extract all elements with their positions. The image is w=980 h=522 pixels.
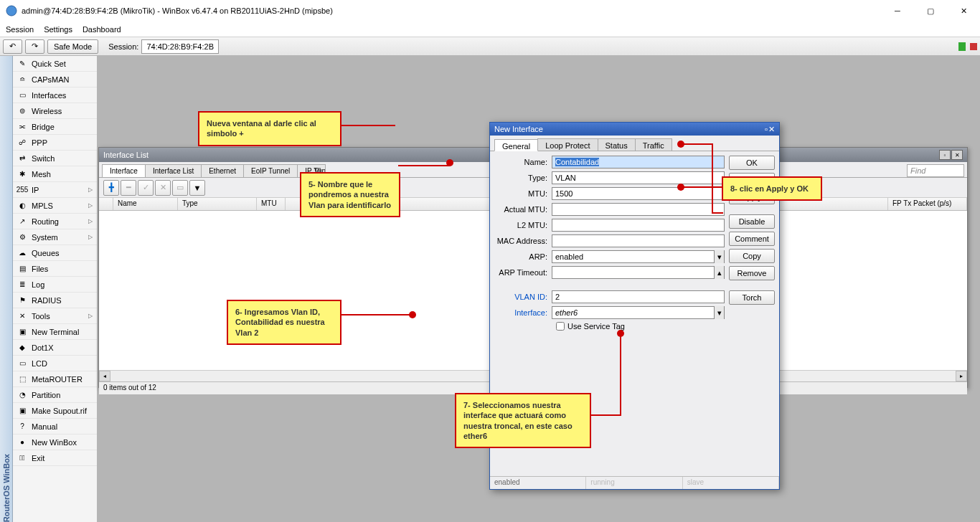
- newif-tabs: General Loop Protect Status Traffic: [490, 136, 779, 151]
- sidebar-item-interfaces[interactable]: ▭Interfaces: [13, 87, 97, 103]
- col-mtu[interactable]: MTU: [257, 198, 286, 210]
- sidebar-icon: ↗: [17, 217, 27, 227]
- add-button[interactable]: ╋: [103, 180, 119, 196]
- copy-button[interactable]: Copy: [729, 249, 775, 263]
- sidebar-item-exit[interactable]: �⃠Exit: [13, 450, 97, 466]
- enable-button[interactable]: ✓: [138, 180, 154, 196]
- col-fptxp[interactable]: FP Tx Packet (p/s): [888, 198, 967, 210]
- close-button[interactable]: ✕: [947, 0, 980, 22]
- menubar: Session Settings Dashboard: [0, 22, 980, 37]
- iflist-restore-button[interactable]: ▫: [939, 150, 951, 160]
- window-title: admin@74:4D:28:B9:F4:2B (MikroTik) - Win…: [22, 6, 333, 15]
- maximize-button[interactable]: ▢: [914, 0, 947, 22]
- sidebar-item-label: PPP: [32, 138, 47, 147]
- status-icon: [970, 43, 977, 50]
- chevron-right-icon: ▷: [88, 218, 93, 224]
- iflist-close-button[interactable]: ✕: [951, 150, 963, 160]
- sidebar-item-label: System: [32, 233, 58, 242]
- sidebar-item-ppp[interactable]: ☍PPP: [13, 135, 97, 151]
- sidebar-icon: ●: [17, 437, 27, 447]
- tab-loop-protect[interactable]: Loop Protect: [537, 138, 598, 151]
- sidebar-item-new-winbox[interactable]: ●New WinBox: [13, 435, 97, 450]
- sidebar-item-bridge[interactable]: ⫘Bridge: [13, 119, 97, 135]
- minimize-button[interactable]: ─: [881, 0, 914, 22]
- sidebar-item-system[interactable]: ⚙System▷: [13, 229, 97, 245]
- comment-btn[interactable]: Comment: [729, 232, 775, 246]
- tab-ethernet[interactable]: Ethernet: [201, 164, 244, 177]
- newif-close-button[interactable]: ✕: [768, 125, 775, 134]
- sidebar-item-label: Bridge: [32, 123, 55, 131]
- disable-button[interactable]: ✕: [155, 180, 171, 196]
- comment-button[interactable]: ▭: [172, 180, 188, 196]
- remove-btn[interactable]: Remove: [729, 266, 775, 280]
- chevron-down-icon[interactable]: ▾: [714, 306, 724, 319]
- sidebar-item-routing[interactable]: ↗Routing▷: [13, 214, 97, 229]
- tab-status[interactable]: Status: [598, 138, 636, 151]
- find-input[interactable]: Find: [907, 164, 964, 177]
- sidebar-icon: ✎: [17, 59, 27, 69]
- col-name[interactable]: Name: [113, 198, 178, 210]
- tab-eoip[interactable]: EoIP Tunnel: [243, 164, 298, 177]
- sidebar-item-log[interactable]: ≣Log: [13, 277, 97, 293]
- safe-mode-button[interactable]: Safe Mode: [47, 39, 98, 54]
- torch-button[interactable]: Torch: [729, 290, 775, 305]
- arp-select[interactable]: enabled▾: [552, 250, 725, 263]
- vlan-id-input[interactable]: 2: [552, 290, 725, 303]
- sidebar-item-wireless[interactable]: ⊚Wireless: [13, 103, 97, 119]
- newif-titlebar[interactable]: New Interface ▫ ✕: [490, 123, 779, 136]
- arp-timeout-input[interactable]: ▴: [552, 266, 725, 279]
- sidebar-icon: 255: [17, 185, 27, 195]
- menu-settings[interactable]: Settings: [44, 25, 72, 34]
- tab-traffic[interactable]: Traffic: [635, 138, 672, 151]
- sidebar-item-dot1x[interactable]: ◆Dot1X: [13, 340, 97, 356]
- vlan-id-label: VLAN ID:: [494, 293, 552, 301]
- sidebar-item-quick-set[interactable]: ✎Quick Set: [13, 56, 97, 72]
- chevron-down-icon[interactable]: ▾: [714, 250, 724, 263]
- sidebar-item-ip[interactable]: 255IP▷: [13, 182, 97, 198]
- sidebar-item-label: Partition: [32, 391, 60, 399]
- sidebar-item-metarouter[interactable]: ⬚MetaROUTER: [13, 371, 97, 387]
- sidebar-item-capsman[interactable]: ≏CAPsMAN: [13, 72, 97, 87]
- chevron-right-icon: ▷: [88, 202, 93, 209]
- use-service-tag-checkbox[interactable]: [556, 322, 565, 331]
- tab-interface[interactable]: Interface: [102, 164, 146, 177]
- filter-button[interactable]: ▼: [189, 180, 205, 196]
- col-type[interactable]: Type: [178, 198, 257, 210]
- sidebar-item-files[interactable]: ▤Files: [13, 261, 97, 277]
- sidebar-item-tools[interactable]: ✕Tools▷: [13, 308, 97, 324]
- sidebar-item-label: RADIUS: [32, 296, 62, 305]
- newif-restore-button[interactable]: ▫: [765, 125, 768, 134]
- sidebar-item-manual[interactable]: ?Manual: [13, 419, 97, 435]
- chevron-right-icon: ▷: [88, 313, 93, 319]
- menu-dashboard[interactable]: Dashboard: [83, 25, 121, 34]
- sidebar-item-lcd[interactable]: ▭LCD: [13, 356, 97, 371]
- sidebar-item-partition[interactable]: ◔Partition: [13, 387, 97, 403]
- undo-button[interactable]: ↶: [3, 39, 22, 54]
- sidebar-item-queues[interactable]: ☁Queues: [13, 245, 97, 261]
- sidebar-item-new-terminal[interactable]: ▣New Terminal: [13, 324, 97, 340]
- callout-7: 7- Seleccionamos nuestra interface que a…: [455, 393, 591, 448]
- disable-button[interactable]: Disable: [729, 214, 775, 229]
- mtu-input[interactable]: 1500: [552, 187, 725, 200]
- sidebar-item-make-supout-rif[interactable]: ▣Make Supout.rif: [13, 403, 97, 419]
- session-label: Session:: [108, 42, 138, 51]
- type-input: VLAN: [552, 171, 725, 184]
- scroll-left-icon[interactable]: ◂: [99, 371, 110, 381]
- chevron-down-icon[interactable]: ▴: [714, 266, 724, 279]
- redo-button[interactable]: ↷: [25, 39, 44, 54]
- arp-label: ARP:: [494, 252, 552, 261]
- remove-button[interactable]: ━: [121, 180, 136, 196]
- scroll-right-icon[interactable]: ▸: [956, 371, 967, 381]
- sidebar-item-label: MetaROUTER: [32, 375, 83, 384]
- sidebar-item-mesh[interactable]: ✱Mesh: [13, 166, 97, 182]
- sidebar-item-radius[interactable]: ⚑RADIUS: [13, 293, 97, 308]
- sidebar-item-switch[interactable]: ⇄Switch: [13, 151, 97, 166]
- sidebar-item-mpls[interactable]: ◐MPLS▷: [13, 198, 97, 214]
- ok-button[interactable]: OK: [729, 156, 775, 170]
- tab-interface-list[interactable]: Interface List: [145, 164, 202, 177]
- menu-session[interactable]: Session: [6, 25, 34, 34]
- callout-1: Nueva ventana al darle clic al simbolo +: [198, 111, 341, 146]
- name-input[interactable]: Contabilidad: [552, 156, 725, 169]
- tab-general[interactable]: General: [494, 139, 538, 151]
- interface-select[interactable]: ether6▾: [552, 306, 725, 319]
